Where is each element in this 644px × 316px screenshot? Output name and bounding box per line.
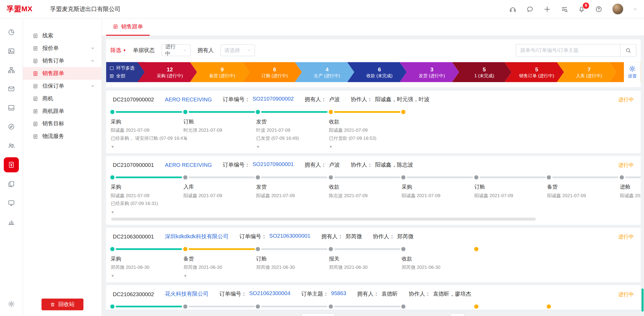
step-owner-date: 阳诚鑫 2021-07-09 <box>547 193 620 199</box>
rail-item-image[interactable] <box>4 44 19 58</box>
field-value: 袁德昕 <box>381 290 398 298</box>
step-note: 已付货款 (07-09 16:53) <box>329 135 401 141</box>
timeline-dot <box>183 247 187 251</box>
flow-header-block: 环节多选 全部 <box>106 62 145 82</box>
rail-item-mail[interactable] <box>4 82 19 96</box>
pie-chart-icon <box>8 28 15 36</box>
search-input[interactable] <box>516 44 621 57</box>
field-label: 拥有人： <box>305 161 326 168</box>
step-owner-date: 郑芮微 2021-06-30 <box>402 264 474 270</box>
page-size-select[interactable]: 20 条/页 <box>301 313 335 316</box>
customer-link[interactable]: 深圳kdkdkdk科技有限公司 <box>165 233 229 240</box>
tab-sales-tracking[interactable]: 销售跟单 <box>106 19 150 36</box>
menu-doc-icon <box>33 83 38 89</box>
field-value[interactable]: SO21062300004 <box>249 290 290 298</box>
step-name: 发货 <box>256 184 329 191</box>
sidebar-item-6[interactable]: 商机跟单 <box>23 105 101 117</box>
step-name: 收款 <box>402 255 474 263</box>
multi-select-toggle[interactable]: 环节多选 <box>109 65 145 71</box>
filter-toggle[interactable]: 筛选▼ <box>110 47 126 54</box>
rail-item-pie-chart[interactable] <box>4 25 19 39</box>
flow-stage-3[interactable]: 4生产 (进行中) <box>295 62 354 82</box>
timeline-dot <box>620 175 624 179</box>
field-value[interactable]: SO21070900001 <box>252 161 294 168</box>
step-name: 订舱 <box>256 255 329 263</box>
flow-stage-8[interactable]: 7入库 (进行中) <box>557 62 616 82</box>
expand-arrow[interactable]: ▼ <box>256 145 263 149</box>
field-value[interactable]: SO21070900002 <box>252 95 294 103</box>
step-note: 已经采购 (07-09 16:31) <box>111 200 183 207</box>
timeline-dot <box>401 304 406 309</box>
document-icon <box>113 24 118 29</box>
flow-stage-6[interactable]: 51 (未完成) <box>452 62 511 82</box>
avatar[interactable] <box>612 3 623 15</box>
horizontal-scrollbar-thumb[interactable] <box>111 218 536 221</box>
customer-link[interactable]: AERO RECEIVING <box>165 162 212 168</box>
flow-stage-5[interactable]: 3发货 (进行中) <box>400 62 459 82</box>
timeline-dot <box>474 247 478 251</box>
rail-item-compass[interactable] <box>4 120 19 134</box>
sidebar-item-3[interactable]: 销售跟单 <box>23 67 101 80</box>
timeline-line <box>480 177 546 178</box>
chevron-down-icon <box>91 84 95 88</box>
all-stages-toggle[interactable]: 全部 <box>109 73 145 79</box>
expand-arrow[interactable]: ▼ <box>111 210 117 214</box>
owner-select[interactable]: 请选择 <box>220 45 255 56</box>
sidebar-item-4[interactable]: 信保订单 <box>23 80 101 92</box>
compass-icon <box>8 123 15 130</box>
expand-arrow[interactable]: ▼ <box>183 137 190 141</box>
sidebar-item-5[interactable]: 商机 <box>23 92 101 105</box>
flow-stage-2[interactable]: 6订舱 (进行中) <box>242 62 302 82</box>
goto-page-input[interactable] <box>450 313 465 316</box>
timeline-line <box>116 248 182 250</box>
expand-arrow[interactable]: ▼ <box>111 145 117 149</box>
flow-stage-4[interactable]: 6收款 (未完成) <box>347 62 407 82</box>
headset-icon[interactable] <box>509 5 517 13</box>
step-owner-date: 阳诚鑫 2021-07-09 <box>329 127 401 133</box>
status-select[interactable]: 进行中 <box>161 45 191 56</box>
sidebar-item-8[interactable]: 物流服务 <box>23 130 101 143</box>
flow-settings-button[interactable]: 设置 <box>624 62 641 82</box>
bell-icon[interactable]: 9 <box>578 5 585 13</box>
recycle-bin-button[interactable]: 回收站 <box>41 299 83 310</box>
sidebar-item-7[interactable]: 销售目标 <box>23 117 101 130</box>
field-value: 郑芮微 <box>397 233 414 240</box>
rail-item-monitor[interactable] <box>4 196 19 210</box>
flow-stage-1[interactable]: 9备货 (进行中) <box>190 62 249 82</box>
chat-icon[interactable] <box>526 5 534 13</box>
image-icon <box>8 47 15 55</box>
expand-arrow[interactable]: ▼ <box>329 145 336 149</box>
step-name: 订舱 <box>183 118 256 126</box>
rail-item-team[interactable] <box>4 138 19 153</box>
flow-stage-7[interactable]: 5销售订单 (进行中) <box>505 62 564 82</box>
order-card: DC21062300002花火科技有限公司订单编号：SO21062300004订… <box>106 285 641 310</box>
field-label: 协作人： <box>409 290 430 298</box>
step-name: 发货 <box>256 118 329 126</box>
field-value[interactable]: SO21063000001 <box>269 233 311 240</box>
search-button[interactable] <box>621 44 636 57</box>
sidebar-item-0[interactable]: 线索 <box>23 29 101 42</box>
expand-arrow[interactable]: ▼ <box>111 274 117 278</box>
plus-icon[interactable] <box>543 5 551 13</box>
rail-item-bar-chart[interactable] <box>4 215 19 229</box>
rail-item-inbox[interactable] <box>4 101 19 115</box>
sidebar-item-1[interactable]: 报价单 <box>23 42 101 54</box>
rail-item-sales-doc[interactable] <box>4 157 19 172</box>
field-value[interactable]: 95863 <box>331 290 346 298</box>
settings-gear-icon[interactable] <box>4 297 19 311</box>
chevron-down-icon[interactable] <box>633 7 637 11</box>
task-search-icon[interactable] <box>561 5 568 13</box>
vertical-scrollbar[interactable] <box>642 288 644 311</box>
rail-item-copy[interactable] <box>4 177 19 191</box>
horizontal-scrollbar[interactable] <box>111 218 636 221</box>
field-value: 袁德昕，廖培杰 <box>433 290 471 298</box>
field-value: 阳诚鑫，陈志波 <box>375 161 413 168</box>
expand-arrow[interactable]: ▼ <box>183 274 190 278</box>
help-icon[interactable] <box>595 5 602 13</box>
flow-stage-label: 销售订单 (进行中) <box>519 72 554 78</box>
rail-item-org-chart[interactable] <box>4 63 19 77</box>
customer-link[interactable]: 花火科技有限公司 <box>165 290 209 298</box>
sidebar-item-2[interactable]: 销售订单 <box>23 54 101 67</box>
flow-stage-0[interactable]: 12采购 (进行中) <box>138 62 197 82</box>
customer-link[interactable]: AERO RECEIVING <box>165 96 212 102</box>
